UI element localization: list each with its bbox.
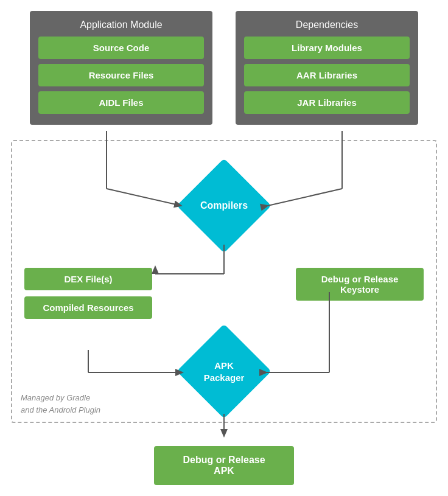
diagram-container: Application Module Source Code Resource … [0,0,448,496]
compilers-diamond-wrapper: Compilers [181,163,267,248]
resource-files-item: Resource Files [38,64,204,86]
left-output-boxes: DEX File(s) Compiled Resources [24,268,152,319]
jar-libraries-item: JAR Libraries [244,91,410,114]
dependencies-box: Dependencies Library Modules AAR Librari… [236,11,418,125]
dependencies-title: Dependencies [244,19,410,30]
source-code-item: Source Code [38,37,204,59]
packager-diamond-wrapper: APKPackager [181,329,267,414]
gradle-text: Managed by Gradle and the Android Plugin [21,392,100,416]
keystore-item: Debug or Release Keystore [296,268,424,301]
library-modules-item: Library Modules [244,37,410,59]
compilers-label: Compilers [200,200,248,211]
aar-libraries-item: AAR Libraries [244,64,410,86]
dex-files-box: DEX File(s) [24,268,152,290]
compiled-resources-box: Compiled Resources [24,296,152,319]
keystore-box: Debug or Release Keystore [296,268,424,301]
packager-label: APKPackager [204,360,245,383]
output-apk-item: Debug or ReleaseAPK [154,446,294,485]
app-module-title: Application Module [38,19,204,30]
top-section: Application Module Source Code Resource … [0,0,448,125]
application-module-box: Application Module Source Code Resource … [30,11,212,125]
output-apk-box: Debug or ReleaseAPK [154,446,294,485]
aidl-files-item: AIDL Files [38,91,204,114]
